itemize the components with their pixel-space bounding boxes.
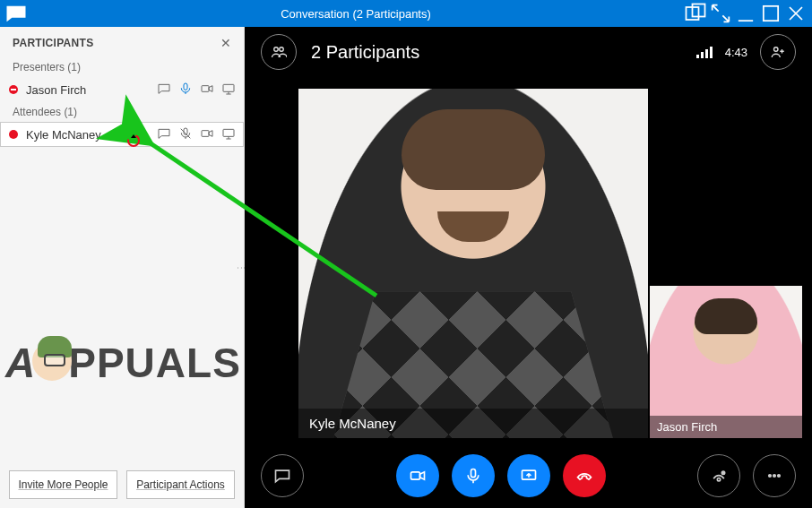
screen-icon[interactable] [221, 126, 236, 143]
screen-icon[interactable] [221, 82, 236, 99]
attendee-row[interactable]: Kyle McNaney [0, 122, 244, 147]
svg-rect-16 [471, 469, 475, 478]
call-controls-button[interactable] [697, 454, 740, 497]
svg-point-21 [773, 475, 776, 478]
mic-muted-icon[interactable] [178, 126, 193, 143]
svg-point-20 [769, 475, 772, 478]
fullscreen-icon[interactable] [708, 3, 733, 24]
presence-dot-icon [8, 84, 19, 95]
participants-header: PARTICIPANTS [13, 37, 94, 49]
video-stage: Kyle McNaney Jason Firch [245, 77, 812, 443]
person-placeholder [298, 89, 648, 438]
add-participant-button[interactable] [760, 34, 796, 70]
presence-dot-icon [8, 129, 19, 140]
participant-actions-button[interactable]: Participant Actions [126, 470, 235, 499]
presenter-row[interactable]: Jason Firch [0, 77, 244, 102]
close-icon[interactable] [783, 3, 808, 24]
video-tile-label: Jason Firch [650, 416, 802, 438]
svg-point-18 [717, 478, 720, 481]
hang-up-button[interactable] [563, 454, 606, 497]
svg-point-12 [274, 47, 279, 52]
call-controls [245, 443, 812, 508]
toggle-video-button[interactable] [396, 454, 439, 497]
svg-point-22 [778, 475, 781, 478]
svg-point-8 [9, 130, 18, 139]
share-screen-button[interactable] [507, 454, 550, 497]
open-chat-button[interactable] [261, 454, 304, 497]
video-area: 2 Participants 4:43 Kyle McNaney J [245, 27, 812, 508]
svg-rect-11 [223, 129, 234, 136]
maximize-icon[interactable] [758, 3, 783, 24]
participant-name: Jason Firch [22, 83, 153, 97]
svg-rect-6 [202, 85, 209, 91]
svg-point-14 [774, 47, 779, 52]
video-tile-main[interactable]: Kyle McNaney [298, 89, 648, 438]
participants-panel: PARTICIPANTS ✕ Presenters (1) Jason Firc… [0, 27, 245, 508]
more-options-button[interactable] [753, 454, 796, 497]
presenters-section-label: Presenters (1) [0, 57, 244, 77]
participant-count: 2 Participants [311, 42, 419, 63]
toggle-mic-button[interactable] [452, 454, 495, 497]
attendees-section-label: Attendees (1) [0, 102, 244, 122]
im-icon[interactable] [157, 126, 171, 143]
svg-rect-2 [764, 6, 778, 21]
mic-on-icon[interactable] [178, 82, 193, 99]
video-icon[interactable] [200, 82, 214, 99]
popout-icon[interactable] [683, 3, 708, 24]
participant-name: Kyle McNaney [22, 128, 153, 142]
call-timer: 4:43 [725, 46, 747, 59]
call-header: 2 Participants 4:43 [245, 27, 812, 77]
video-icon[interactable] [200, 126, 214, 143]
svg-rect-7 [223, 84, 234, 91]
svg-point-13 [280, 47, 284, 52]
svg-rect-4 [11, 89, 16, 90]
video-tile-self[interactable]: Jason Firch [650, 286, 802, 438]
close-panel-button[interactable]: ✕ [220, 36, 231, 50]
title-bar: Conversation (2 Participants) [0, 0, 812, 27]
svg-rect-5 [184, 83, 187, 90]
video-tile-label: Kyle McNaney [298, 409, 648, 438]
svg-rect-15 [410, 472, 419, 479]
svg-rect-10 [202, 130, 209, 136]
invite-more-people-button[interactable]: Invite More People [9, 470, 117, 499]
minimize-icon[interactable] [733, 3, 758, 24]
window-title: Conversation (2 Participants) [29, 7, 683, 21]
chat-icon[interactable] [4, 3, 29, 24]
participants-icon[interactable] [261, 34, 297, 70]
im-icon[interactable] [157, 82, 171, 99]
signal-strength-icon [696, 46, 713, 58]
